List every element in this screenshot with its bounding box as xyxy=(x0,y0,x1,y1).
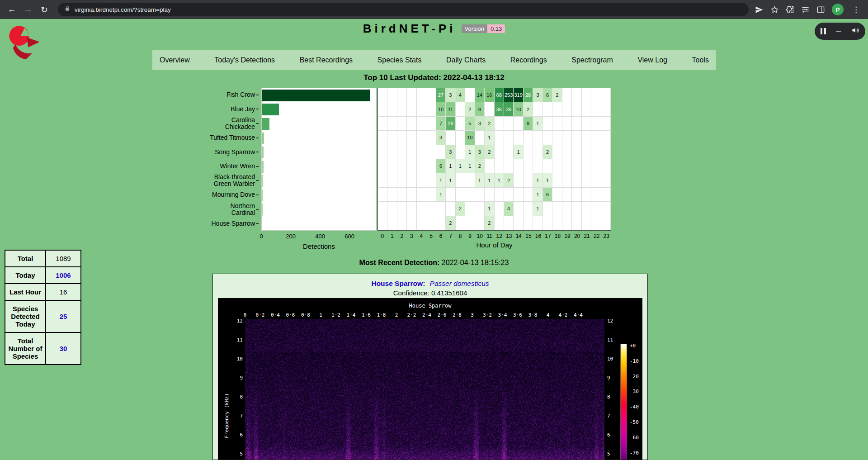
species-label: Fish Crow xyxy=(226,91,255,98)
heatmap-cell xyxy=(446,131,455,145)
detection-common-name-link[interactable]: House Sparrow: xyxy=(371,280,425,287)
heatmap-cell xyxy=(524,202,533,216)
heatmap-cell xyxy=(562,131,572,145)
heatmap-cell xyxy=(514,202,523,216)
heatmap-cell: 14 xyxy=(475,88,485,102)
heatmap-cell: 10 xyxy=(465,131,475,145)
heatmap-cell xyxy=(417,159,426,173)
heatmap-cell: 1 xyxy=(543,173,552,187)
reload-button[interactable]: ↻ xyxy=(37,2,52,17)
heatmap-cell xyxy=(524,145,533,159)
detection-bar xyxy=(262,90,370,101)
heatmap-cell xyxy=(397,145,407,159)
heatmap-cell xyxy=(543,159,552,173)
heatmap-cell xyxy=(552,188,562,202)
stat-value[interactable]: 1006 xyxy=(46,267,81,284)
heatmap-cell: 1 xyxy=(533,202,542,216)
nav-item-recordings[interactable]: Recordings xyxy=(510,56,547,64)
spectro-y-tick: 10 xyxy=(607,356,613,362)
nav-item-spectrogram[interactable]: Spectrogram xyxy=(571,56,613,64)
forward-button[interactable]: → xyxy=(21,2,35,17)
address-bar[interactable]: virginia.birdnetpi.com/?stream=play xyxy=(58,3,749,16)
hour-axis-tick-label: 15 xyxy=(524,233,533,239)
heatmap-cell xyxy=(495,145,504,159)
heatmap-cell xyxy=(572,102,581,116)
heatmap-cell xyxy=(601,173,611,187)
heatmap-cell xyxy=(514,188,523,202)
spectro-y-tick: 8 xyxy=(234,394,243,400)
browser-menu-icon[interactable]: ⋮ xyxy=(850,5,862,14)
heatmap-cell xyxy=(562,188,572,202)
side-panel-icon[interactable] xyxy=(816,5,825,14)
stats-row: Species Detected Today25 xyxy=(5,300,81,332)
bookmark-star-icon[interactable] xyxy=(770,5,779,14)
spectro-x-tick: 3·2 xyxy=(483,312,492,318)
heatmap-cell xyxy=(591,173,601,187)
stat-value[interactable]: 25 xyxy=(46,300,81,332)
pause-button[interactable] xyxy=(821,28,826,34)
stats-row: Today1006 xyxy=(5,267,81,284)
species-label-row: Carolina Chickadee xyxy=(202,116,259,131)
heatmap-cell xyxy=(562,202,572,216)
detection-bar xyxy=(262,118,269,130)
nav-item-view-log[interactable]: View Log xyxy=(637,56,667,64)
heatmap-cell xyxy=(572,216,581,230)
heatmap-cell xyxy=(582,173,591,187)
nav-item-species-stats[interactable]: Species Stats xyxy=(377,56,422,64)
nav-item-tools[interactable]: Tools xyxy=(692,56,709,64)
heatmap-cell xyxy=(524,216,533,230)
spectrogram-title: House Sparrow xyxy=(218,303,642,309)
heatmap-cell: 9 xyxy=(475,102,485,116)
heatmap-cell xyxy=(456,173,465,187)
heatmap-cell xyxy=(495,159,504,173)
hour-axis-tick-label: 14 xyxy=(514,233,524,239)
nav-item-overview[interactable]: Overview xyxy=(160,56,190,64)
hour-axis-tick-label: 9 xyxy=(465,233,475,239)
heatmap-cell: 1 xyxy=(485,202,494,216)
heatmap-cell xyxy=(456,131,465,145)
heatmap-cell: 6 xyxy=(543,188,552,202)
species-label: Tufted Titmouse xyxy=(210,134,255,141)
heatmap-cell xyxy=(407,102,416,116)
heatmap-cell xyxy=(504,216,514,230)
nav-item-today-s-detections[interactable]: Today's Detections xyxy=(214,56,275,64)
stat-value[interactable]: 30 xyxy=(46,332,81,365)
heatmap-cell xyxy=(514,131,523,145)
send-icon[interactable] xyxy=(755,5,764,14)
detection-scientific-name-link[interactable]: Passer domesticus xyxy=(430,280,489,287)
heatmap-cell xyxy=(543,102,552,116)
heatmap-cell xyxy=(387,173,397,187)
top10-chart: Fish CrowBlue JayCarolina ChickadeeTufte… xyxy=(202,88,611,260)
nav-item-daily-charts[interactable]: Daily Charts xyxy=(446,56,486,64)
heatmap-cell xyxy=(514,216,523,230)
audio-player[interactable] xyxy=(815,23,865,40)
spectro-x-tick: 2 xyxy=(395,312,398,318)
heatmap-cell xyxy=(426,216,436,230)
extensions-icon[interactable] xyxy=(786,5,794,14)
spectro-x-tick: 0·4 xyxy=(271,312,280,318)
volume-icon[interactable] xyxy=(851,26,859,36)
hour-axis-tick-label: 3 xyxy=(407,233,417,239)
media-controls-icon[interactable] xyxy=(801,5,810,14)
nav-item-best-recordings[interactable]: Best Recordings xyxy=(300,56,353,64)
most-recent-value: 2022-04-13 18:15:23 xyxy=(442,259,509,266)
spectro-x-tick: 1 xyxy=(319,312,322,318)
heatmap-cell xyxy=(495,188,504,202)
back-button[interactable]: ← xyxy=(5,2,19,17)
heatmap-cell xyxy=(387,102,397,116)
spectro-y-tick: 6 xyxy=(607,432,610,438)
axis-tick xyxy=(256,138,259,138)
hour-axis-tick-label: 21 xyxy=(582,233,592,239)
heatmap-cell xyxy=(601,202,611,216)
heatmap-cell xyxy=(562,117,572,131)
lock-icon xyxy=(64,5,71,14)
heatmap-cell xyxy=(552,202,562,216)
profile-avatar[interactable]: P xyxy=(832,4,844,15)
stats-body: Total1089Today1006Last Hour16Species Det… xyxy=(5,250,81,365)
species-label: House Sparrow xyxy=(212,220,255,227)
axis-tick xyxy=(256,166,259,167)
heatmap-cell xyxy=(417,173,426,187)
heatmap-cell xyxy=(426,117,436,131)
heatmap-cell xyxy=(591,102,601,116)
heatmap-cell: 2 xyxy=(504,173,514,187)
